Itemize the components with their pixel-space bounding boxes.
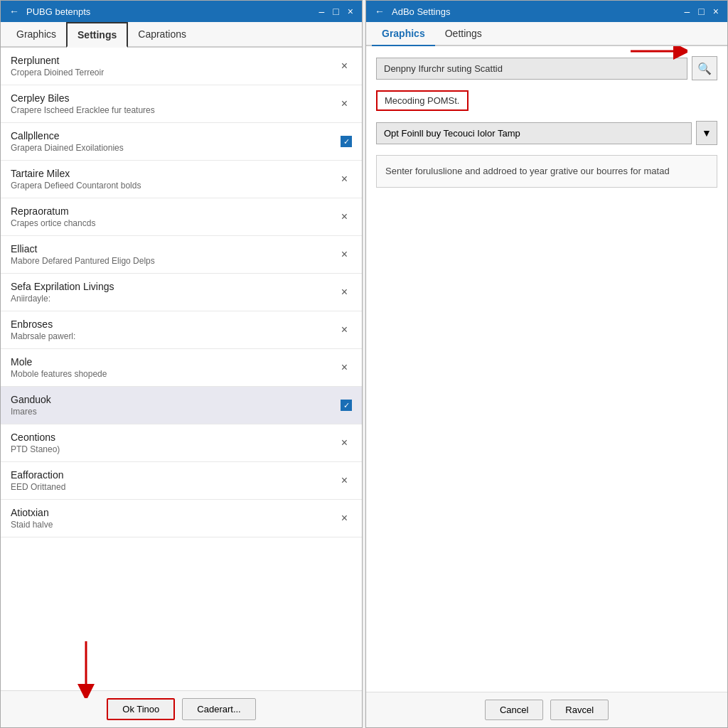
right-maximize-btn[interactable]: □ <box>695 6 707 17</box>
left-bottom-bar: Ok Tinoo Caderart... <box>1 690 362 727</box>
right-minimize-btn[interactable]: – <box>682 6 693 17</box>
item-title: Ceontions <box>11 432 337 443</box>
item-sub: EED Orittaned <box>11 482 337 492</box>
ok-tinoo-button[interactable]: Ok Tinoo <box>107 698 175 720</box>
cancel-button[interactable]: Cancel <box>485 700 543 720</box>
search-input[interactable] <box>376 58 687 80</box>
item-title: Elliact <box>11 243 337 255</box>
right-tab-bar: Graphics Oettings <box>366 22 727 46</box>
description-box: Senter foruluslione and addroed to year … <box>376 155 717 188</box>
right-content: 🔍 Mecoding POMSt. ▼ Senter foruluslione … <box>366 46 727 692</box>
dropdown-arrow-btn[interactable]: ▼ <box>696 121 717 145</box>
item-title: Cerpley Biles <box>11 92 337 104</box>
search-row: 🔍 <box>376 56 717 80</box>
left-tab-settings[interactable]: Settings <box>66 22 128 48</box>
right-bottom-bar: Cancel Ravcel <box>366 692 727 727</box>
item-title: Mole <box>11 356 337 368</box>
list-item: Rerplunent Cropera Dioined Terreoir × <box>1 48 362 85</box>
item-title: Repraoratum <box>11 205 337 217</box>
left-window-controls: – □ × <box>316 6 356 17</box>
item-close-btn[interactable]: × <box>337 58 352 74</box>
left-back-button[interactable]: ← <box>6 6 22 17</box>
item-sub: Mabore Defared Pantured Eligo Delps <box>11 256 337 266</box>
item-close-btn[interactable]: × <box>337 322 352 338</box>
item-title: Ganduok <box>11 394 341 405</box>
list-item: Eafforaction EED Orittaned × <box>1 462 362 500</box>
item-title: Sefa Exprilation Livings <box>11 281 337 292</box>
item-sub: PTD Staneo) <box>11 444 337 454</box>
item-close-btn[interactable]: × <box>337 284 352 300</box>
item-close-btn[interactable]: × <box>337 435 352 451</box>
list-item: Tartaire Milex Grapera Defieed Countaron… <box>1 161 362 198</box>
list-item: Elliact Mabore Defared Pantured Eligo De… <box>1 236 362 274</box>
item-checkbox[interactable]: ✓ <box>341 400 352 411</box>
item-title: Enbroses <box>11 318 337 330</box>
list-item: Cerpley Biles Crapere Ischeed Eracklee f… <box>1 85 362 123</box>
item-sub: Grapera Defieed Countaront bolds <box>11 181 337 191</box>
left-title-bar: ← PUBG betenpts – □ × <box>1 1 362 22</box>
right-panel: 🔍 Mecoding POMSt. ▼ Senter foruluslione … <box>366 46 727 198</box>
search-button[interactable]: 🔍 <box>692 56 717 80</box>
item-title: Atiotxian <box>11 507 337 518</box>
right-title-bar: ← AdBo Settings – □ × <box>366 1 727 22</box>
item-close-btn[interactable]: × <box>337 247 352 262</box>
item-close-btn[interactable]: × <box>337 473 352 488</box>
item-close-btn[interactable]: × <box>337 510 352 526</box>
list-item-selected: Ganduok Imares ✓ <box>1 387 362 424</box>
left-window-title: PUBG betenpts <box>26 6 90 17</box>
item-sub: Mabrsale pawerl: <box>11 331 337 341</box>
left-window: ← PUBG betenpts – □ × Graphics Settings … <box>0 0 363 728</box>
right-tab-oettings[interactable]: Oettings <box>435 22 492 45</box>
list-item: Mole Mobole features shopede × <box>1 349 362 387</box>
item-checkbox[interactable]: ✓ <box>341 136 352 147</box>
item-close-btn[interactable]: × <box>337 96 352 112</box>
item-sub: Crapes ortice chancds <box>11 218 337 228</box>
right-window: ← AdBo Settings – □ × Graphics Oettings <box>365 0 728 728</box>
item-sub: Grapera Diained Exoilationies <box>11 143 341 153</box>
dropdown-row: ▼ <box>376 121 717 145</box>
item-title: Tartaire Milex <box>11 168 337 179</box>
item-sub: Staid halve <box>11 520 337 530</box>
left-tab-graphics[interactable]: Graphics <box>6 22 66 46</box>
caderart-button[interactable]: Caderart... <box>182 698 255 720</box>
left-tab-caprations[interactable]: Caprations <box>128 22 196 46</box>
item-sub: Mobole features shopede <box>11 369 337 379</box>
left-close-btn[interactable]: × <box>345 6 356 17</box>
ravcel-button[interactable]: Ravcel <box>550 700 609 720</box>
right-tab-graphics[interactable]: Graphics <box>372 22 435 46</box>
item-close-btn[interactable]: × <box>337 171 352 187</box>
item-close-btn[interactable]: × <box>337 360 352 375</box>
item-sub: Imares <box>11 407 341 417</box>
item-sub: Cropera Dioined Terreoir <box>11 68 337 77</box>
item-title: Rerplunent <box>11 55 337 66</box>
dropdown-input[interactable] <box>376 122 692 144</box>
tag-label: Mecoding POMSt. <box>376 90 469 111</box>
item-title: Callpllence <box>11 130 341 141</box>
list-item: Ceontions PTD Staneo) × <box>1 424 362 462</box>
right-window-controls: – □ × <box>682 6 722 17</box>
list-item: Atiotxian Staid halve × <box>1 500 362 537</box>
item-sub: Crapere Ischeed Eracklee fur teatures <box>11 105 337 115</box>
left-maximize-btn[interactable]: □ <box>330 6 341 17</box>
left-tab-bar: Graphics Settings Caprations <box>1 22 362 48</box>
left-minimize-btn[interactable]: – <box>316 6 328 17</box>
right-close-btn[interactable]: × <box>710 6 722 17</box>
item-sub: Aniirdayle: <box>11 294 337 304</box>
right-back-button[interactable]: ← <box>372 6 387 17</box>
list-item: Sefa Exprilation Livings Aniirdayle: × <box>1 274 362 311</box>
right-window-title: AdBo Settings <box>392 6 450 17</box>
list-item: Repraoratum Crapes ortice chancds × <box>1 198 362 236</box>
left-content: Rerplunent Cropera Dioined Terreoir × Ce… <box>1 48 362 690</box>
list-item: Enbroses Mabrsale pawerl: × <box>1 311 362 349</box>
item-title: Eafforaction <box>11 469 337 481</box>
list-item: Callpllence Grapera Diained Exoilationie… <box>1 123 362 161</box>
item-close-btn[interactable]: × <box>337 209 352 225</box>
